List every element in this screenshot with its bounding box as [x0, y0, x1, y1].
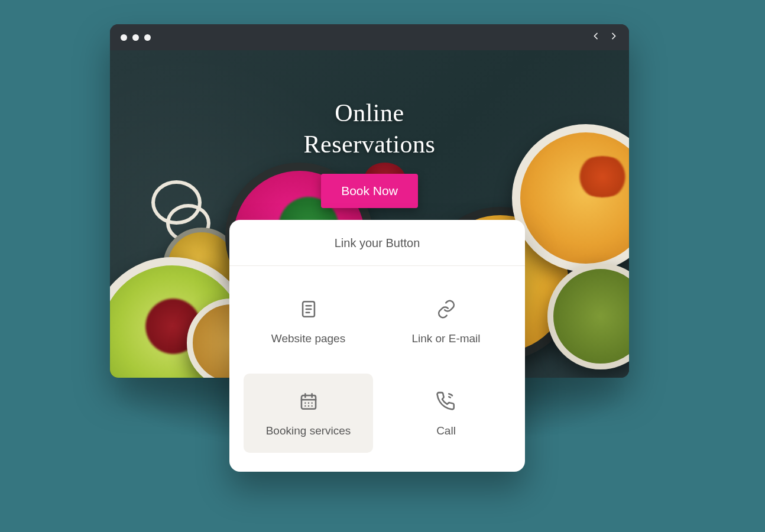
hero-content: Online Reservations Book Now	[110, 50, 629, 208]
browser-titlebar	[110, 24, 629, 50]
popover-options: Website pages Link or E-mail	[229, 266, 525, 472]
chevron-left-icon[interactable]	[591, 29, 601, 46]
calendar-icon	[299, 391, 319, 411]
dot-icon	[121, 34, 127, 41]
option-website-pages[interactable]: Website pages	[244, 281, 373, 361]
link-button-popover: Link your Button Website pages	[229, 220, 525, 472]
hero-title-line: Online	[335, 99, 404, 126]
browser-nav	[591, 29, 618, 46]
chevron-right-icon[interactable]	[609, 29, 618, 46]
pages-icon	[299, 299, 319, 319]
option-link-or-email[interactable]: Link or E-mail	[381, 281, 511, 361]
hero-title-line: Reservations	[304, 131, 436, 158]
option-booking-services[interactable]: Booking services	[244, 374, 373, 453]
option-label: Website pages	[271, 332, 345, 345]
book-now-button[interactable]: Book Now	[321, 174, 418, 208]
option-label: Link or E-mail	[411, 332, 480, 345]
option-label: Booking services	[266, 424, 351, 437]
window-controls	[121, 34, 151, 41]
link-icon	[436, 299, 456, 319]
option-call[interactable]: Call	[381, 374, 511, 453]
dot-icon	[132, 34, 139, 41]
dot-icon	[144, 34, 151, 41]
option-label: Call	[436, 424, 456, 437]
svg-rect-4	[301, 395, 315, 409]
phone-icon	[436, 391, 456, 411]
popover-title: Link your Button	[229, 220, 525, 266]
hero-title: Online Reservations	[304, 98, 436, 160]
